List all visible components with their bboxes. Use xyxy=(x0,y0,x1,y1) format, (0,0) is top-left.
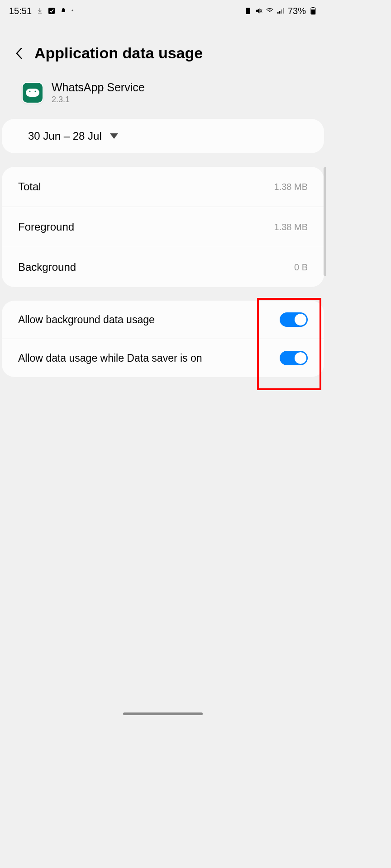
data-saver-icon xyxy=(244,7,252,14)
mute-icon xyxy=(255,7,262,14)
toggle-switch-background-data[interactable] xyxy=(280,312,308,327)
svg-rect-0 xyxy=(48,8,55,14)
date-range-card: 30 Jun – 28 Jul xyxy=(2,119,324,153)
status-left: 15:51 • xyxy=(9,6,73,16)
usage-value: 1.38 MB xyxy=(274,222,308,232)
page-header: Application data usage xyxy=(0,22,326,75)
checkbox-icon xyxy=(48,7,55,14)
date-range-text: 30 Jun – 28 Jul xyxy=(28,130,102,142)
svg-rect-4 xyxy=(281,9,282,14)
usage-card: Total 1.38 MB Foreground 1.38 MB Backgro… xyxy=(2,167,324,287)
snapchat-icon xyxy=(60,7,67,14)
svg-rect-1 xyxy=(246,8,250,14)
svg-rect-2 xyxy=(277,12,279,14)
status-right: 73% xyxy=(244,6,317,16)
wifi-icon xyxy=(266,7,273,14)
svg-rect-8 xyxy=(311,9,315,14)
svg-rect-5 xyxy=(283,8,284,14)
download-icon xyxy=(36,7,43,14)
toggle-knob xyxy=(294,313,307,326)
usage-label: Total xyxy=(18,180,41,193)
toggle-row-background-data[interactable]: Allow background data usage xyxy=(2,301,324,339)
toggle-label: Allow background data usage xyxy=(18,314,155,326)
battery-icon xyxy=(310,7,317,14)
usage-row-total: Total 1.38 MB xyxy=(2,167,324,207)
usage-label: Foreground xyxy=(18,221,74,233)
toggle-label: Allow data usage while Data saver is on xyxy=(18,352,202,364)
usage-value: 0 B xyxy=(294,262,308,273)
usage-row-background: Background 0 B xyxy=(2,247,324,287)
battery-percent: 73% xyxy=(288,6,306,16)
svg-rect-9 xyxy=(26,89,39,97)
app-info: WhatsApp Service 2.3.1 xyxy=(0,75,326,119)
navigation-bar[interactable] xyxy=(123,712,203,715)
app-name: WhatsApp Service xyxy=(52,81,145,94)
app-icon xyxy=(22,82,43,104)
date-range-selector[interactable]: 30 Jun – 28 Jul xyxy=(28,130,298,142)
back-button[interactable] xyxy=(13,47,25,60)
dot-icon: • xyxy=(72,8,73,14)
usage-label: Background xyxy=(18,261,76,274)
app-version: 2.3.1 xyxy=(52,95,145,104)
svg-rect-7 xyxy=(312,7,314,8)
scroll-indicator[interactable] xyxy=(324,167,326,276)
toggle-knob xyxy=(294,352,307,364)
toggle-row-data-saver[interactable]: Allow data usage while Data saver is on xyxy=(2,339,324,377)
status-bar: 15:51 • 73% xyxy=(0,0,326,22)
page-title: Application data usage xyxy=(34,44,203,62)
chevron-down-icon xyxy=(110,133,118,139)
toggle-switch-data-saver[interactable] xyxy=(280,351,308,365)
svg-rect-3 xyxy=(279,11,281,14)
svg-point-10 xyxy=(29,91,31,92)
status-time: 15:51 xyxy=(9,6,32,16)
usage-value: 1.38 MB xyxy=(274,182,308,192)
toggle-card: Allow background data usage Allow data u… xyxy=(2,301,324,377)
usage-row-foreground: Foreground 1.38 MB xyxy=(2,207,324,247)
svg-point-11 xyxy=(35,91,36,92)
signal-icon xyxy=(277,7,284,14)
